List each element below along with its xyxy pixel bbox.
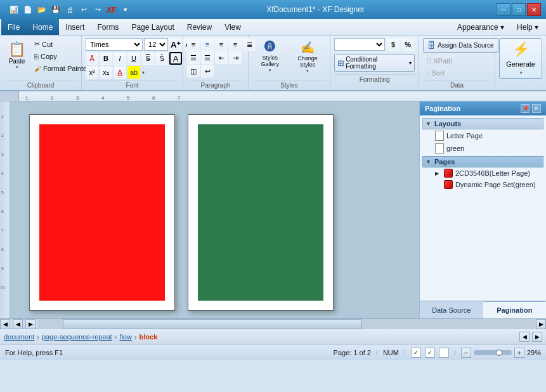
- generate-button[interactable]: ⚡ Generate ▾: [499, 38, 542, 79]
- qat-save[interactable]: 💾: [49, 3, 62, 16]
- canvas-content: [10, 101, 419, 318]
- canvas-area[interactable]: [10, 101, 419, 318]
- scroll-left-button[interactable]: ◀: [0, 319, 10, 329]
- styles-gallery-button[interactable]: 🅐 Styles Gallery ▾: [252, 38, 288, 75]
- strikethrough-button[interactable]: S̶: [141, 52, 154, 65]
- page-2cd3546b[interactable]: ▶ 2CD3546B(Letter Page): [432, 167, 543, 179]
- scroll-prev-page[interactable]: ◀: [13, 319, 23, 329]
- panel-pin-button[interactable]: 📌: [521, 104, 530, 113]
- align-center-button[interactable]: ≡: [201, 38, 214, 51]
- menu-home[interactable]: Home: [26, 19, 59, 35]
- para-extra1[interactable]: ◫: [187, 65, 200, 77]
- menu-view[interactable]: View: [218, 19, 247, 35]
- font-grow-button[interactable]: A⁺: [169, 38, 182, 51]
- breadcrumb-flow[interactable]: flow: [119, 333, 132, 341]
- qat-app-icon[interactable]: 📊: [8, 3, 20, 16]
- breadcrumb-block[interactable]: block: [140, 333, 158, 341]
- ruler-corner: [0, 91, 19, 101]
- menu-file[interactable]: File: [1, 19, 26, 35]
- qat-redo[interactable]: ↪: [91, 3, 104, 16]
- indent-inc-button[interactable]: ⇥: [229, 51, 242, 64]
- qat-undo[interactable]: ↩: [77, 3, 90, 16]
- page-dynamic-set[interactable]: Dynamic Page Set(green): [432, 179, 543, 190]
- percent-button[interactable]: %: [401, 38, 414, 51]
- layout-green-label: green: [446, 145, 464, 152]
- minimize-button[interactable]: ─: [497, 3, 510, 16]
- font-color-button[interactable]: A: [114, 66, 126, 79]
- qat-xf-icon[interactable]: XF: [105, 3, 118, 16]
- zoom-slider[interactable]: [474, 350, 512, 355]
- font-name-select[interactable]: Times: [86, 38, 143, 51]
- justify-button[interactable]: ≡: [229, 38, 242, 51]
- superscript-button[interactable]: x²: [86, 66, 98, 79]
- breadcrumb-next[interactable]: ▶: [532, 332, 542, 342]
- change-styles-button[interactable]: ✍ Change Styles ▾: [289, 38, 326, 76]
- format-select[interactable]: [334, 38, 385, 51]
- currency-button[interactable]: $: [387, 38, 400, 51]
- generate-icon: ⚡: [512, 41, 530, 58]
- status-check2[interactable]: ✓: [425, 348, 435, 358]
- breadcrumb-document[interactable]: document: [4, 333, 34, 341]
- clipboard-buttons: 📋 Paste ▾ ✂ Cut ⎘ Copy 🖌 Format Painter: [4, 38, 93, 80]
- conditional-formatting-button[interactable]: ⊞ Conditional Formatting ▾: [334, 54, 415, 72]
- para-row1: ≡ ≡ ≡ ≡ ≣: [187, 38, 256, 51]
- breadcrumb-arrows: ◀ ▶: [519, 332, 542, 342]
- zoom-thumb: [496, 350, 502, 356]
- font-border-button[interactable]: A: [169, 52, 182, 65]
- xpath-icon: ⟨⟩: [426, 56, 431, 65]
- qat-open[interactable]: 📂: [36, 3, 48, 16]
- overline-button[interactable]: S̄: [155, 52, 168, 65]
- zoom-in-button[interactable]: +: [514, 348, 524, 358]
- bold-button[interactable]: B: [100, 52, 112, 65]
- layouts-header[interactable]: ▼ Layouts: [422, 118, 543, 129]
- qat-new[interactable]: 📄: [22, 3, 34, 16]
- menu-appearance[interactable]: Appearance ▾: [451, 19, 510, 35]
- subscript-button[interactable]: x₂: [100, 66, 112, 79]
- paste-button[interactable]: 📋 Paste ▾: [4, 38, 30, 73]
- highlight-button[interactable]: ab: [127, 66, 140, 79]
- menu-help[interactable]: Help ▾: [510, 19, 545, 35]
- breadcrumb-page-sequence[interactable]: page-sequence-repeat: [42, 333, 112, 341]
- styles-dropdown: ▾: [269, 68, 271, 73]
- indent-dec-button[interactable]: ⇤: [215, 51, 228, 64]
- font-color-dropdown[interactable]: ▾: [142, 70, 145, 75]
- page-green[interactable]: [188, 114, 334, 311]
- underline-button[interactable]: U: [127, 52, 140, 65]
- font-size-select[interactable]: 12: [144, 38, 168, 51]
- maximize-button[interactable]: □: [512, 3, 526, 16]
- h-scrollbar-thumb[interactable]: [63, 319, 361, 329]
- clear-format-button[interactable]: Ā: [86, 52, 98, 65]
- close-button[interactable]: ✕: [527, 3, 541, 16]
- sort-button[interactable]: ↕ Sort: [423, 67, 498, 79]
- cut-label: Cut: [42, 41, 53, 48]
- numbering-button[interactable]: ☰: [201, 51, 214, 64]
- menu-page-layout[interactable]: Page Layout: [125, 19, 180, 35]
- menu-review[interactable]: Review: [181, 19, 218, 35]
- bullets-button[interactable]: ☰: [187, 51, 200, 64]
- qat-dropdown[interactable]: ▾: [119, 3, 132, 16]
- xpath-button[interactable]: ⟨⟩ XPath: [423, 55, 498, 67]
- para-row3: ◫ ↩: [187, 65, 256, 77]
- align-left-button[interactable]: ≡: [187, 38, 200, 51]
- qat-print[interactable]: 🖨: [63, 3, 76, 16]
- panel-close-button[interactable]: ✕: [532, 104, 541, 113]
- italic-button[interactable]: I: [114, 52, 126, 65]
- layout-green[interactable]: green: [432, 142, 543, 155]
- zoom-out-button[interactable]: −: [461, 348, 471, 358]
- menu-forms[interactable]: Forms: [91, 19, 125, 35]
- assign-data-source-button[interactable]: 🗄 Assign Data Source: [423, 38, 498, 53]
- align-right-button[interactable]: ≡: [215, 38, 228, 51]
- h-scrollbar-track[interactable]: [38, 319, 536, 329]
- tab-data-source[interactable]: Data Source: [420, 301, 483, 318]
- page-red[interactable]: [29, 114, 175, 311]
- status-indicator3[interactable]: [439, 348, 449, 358]
- layout-letter-page[interactable]: Letter Page: [432, 129, 543, 142]
- breadcrumb-prev[interactable]: ◀: [519, 332, 530, 342]
- pages-header[interactable]: ▼ Pages: [422, 156, 543, 167]
- status-check1[interactable]: ✓: [411, 348, 421, 358]
- menu-insert[interactable]: Insert: [59, 19, 91, 35]
- scroll-next-page[interactable]: ▶: [25, 319, 36, 329]
- scroll-right-button[interactable]: ▶: [536, 319, 546, 329]
- para-extra2[interactable]: ↩: [201, 65, 214, 77]
- tab-pagination[interactable]: Pagination: [483, 301, 547, 318]
